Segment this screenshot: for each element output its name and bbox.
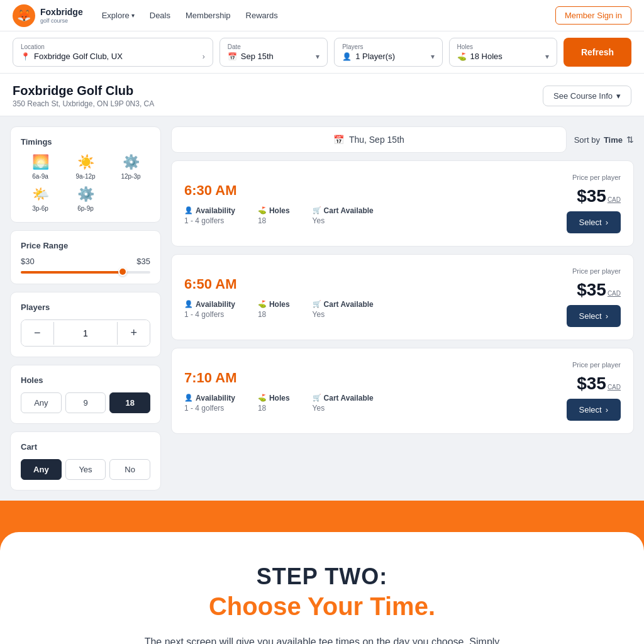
settings-icon-2: ⚙️	[77, 186, 94, 203]
availability-label-2: 👤 Availability	[184, 394, 235, 402]
holes-detail-label-1: ⛳ Holes	[258, 300, 290, 309]
timing-6p9p[interactable]: ⚙️ 6p-9p	[66, 186, 105, 212]
date-value: Sep 15th	[241, 52, 274, 61]
holes-18-button[interactable]: 18	[109, 392, 150, 413]
price-display-2: $35 CAD	[577, 374, 621, 394]
range-track[interactable]	[21, 271, 150, 274]
cart-detail-icon-0: 🛒	[313, 206, 321, 214]
nav-deals[interactable]: Deals	[150, 11, 170, 20]
cart-no-button[interactable]: No	[109, 459, 150, 480]
price-display-1: $35 CAD	[577, 280, 621, 300]
price-value-1: $35	[577, 280, 606, 300]
cart-detail-icon-2: 🛒	[313, 394, 321, 402]
availability-value-0: 1 - 4 golfers	[184, 216, 235, 225]
availability-value-2: 1 - 4 golfers	[184, 404, 235, 413]
location-pin-icon: 📍	[21, 52, 30, 61]
chevron-right-icon: ›	[203, 52, 205, 61]
cart-yes-button[interactable]: Yes	[65, 459, 106, 480]
select-button-0[interactable]: Select ›	[567, 211, 621, 233]
holes-detail-2: ⛳ Holes 18	[258, 394, 290, 413]
sort-filter-icon: ⇅	[626, 135, 634, 145]
member-signin-button[interactable]: Member Sign in	[555, 6, 631, 25]
player-minus-button[interactable]: −	[21, 320, 53, 346]
chevron-down-holes-icon: ▾	[545, 52, 549, 61]
chevron-right-select-1: ›	[606, 311, 608, 321]
players-icon: 👤	[342, 52, 352, 61]
refresh-button[interactable]: Refresh	[564, 38, 631, 67]
price-value-2: $35	[577, 374, 606, 394]
timing-6a9a[interactable]: 🌅 6a-9a	[21, 154, 60, 180]
user-detail-icon-2: 👤	[184, 394, 193, 402]
select-button-2[interactable]: Select ›	[567, 399, 621, 421]
nav-explore[interactable]: Explore ▾	[102, 11, 135, 20]
select-button-1[interactable]: Select ›	[567, 305, 621, 327]
cart-detail-1: 🛒 Cart Available Yes	[313, 300, 374, 319]
tee-times-panel: 📅 Thu, Sep 15th Sort by Time ⇅ 6:30 AM 👤	[171, 126, 634, 491]
cart-detail-0: 🛒 Cart Available Yes	[313, 206, 374, 225]
players-card: Players − 1 +	[10, 292, 161, 357]
user-detail-icon-1: 👤	[184, 300, 193, 308]
tee-details-2: 👤 Availability 1 - 4 golfers ⛳ Holes 18	[184, 394, 545, 413]
holes-detail-icon-1: ⛳	[258, 300, 267, 308]
sort-control[interactable]: Sort by Time ⇅	[574, 135, 634, 145]
timings-card: Timings 🌅 6a-9a ☀️ 9a-12p ⚙️ 12p-3p 🌤️ 3…	[10, 126, 161, 223]
holes-field[interactable]: Holes ⛳ 18 Holes ▾	[449, 38, 557, 67]
nav-membership[interactable]: Membership	[186, 11, 231, 20]
holes-detail-1: ⛳ Holes 18	[258, 300, 290, 319]
sort-by-label: Time	[604, 135, 623, 145]
timing-12p3p[interactable]: ⚙️ 12p-3p	[111, 154, 150, 180]
holes-9-button[interactable]: 9	[65, 392, 106, 413]
holes-icon: ⛳	[457, 52, 467, 61]
date-label: Date	[228, 43, 319, 50]
cart-card: Cart Any Yes No	[10, 431, 161, 491]
bottom-inner: STEP TWO: Choose Your Time. The next scr…	[0, 532, 644, 644]
range-fill	[21, 271, 127, 274]
timing-3p6p[interactable]: 🌤️ 3p-6p	[21, 186, 60, 212]
course-header: Foxbridge Golf Club 350 Reach St, Uxbrid…	[0, 74, 644, 116]
holes-detail-label-0: ⛳ Holes	[258, 206, 290, 215]
price-label-0: Price per player	[572, 174, 621, 181]
holes-detail-value-0: 18	[258, 216, 290, 225]
logo-text: Foxbridge	[40, 7, 83, 18]
logo-area: 🦊 Foxbridge golf course	[13, 4, 83, 27]
player-count-display: 1	[53, 322, 118, 345]
tee-right-1: Price per player $35 CAD Select ›	[545, 267, 621, 327]
players-title: Players	[21, 303, 150, 312]
availability-detail-2: 👤 Availability 1 - 4 golfers	[184, 394, 235, 413]
cart-title: Cart	[21, 442, 150, 452]
price-max: $35	[136, 257, 150, 266]
tee-left-0: 6:30 AM 👤 Availability 1 - 4 golfers ⛳ H…	[184, 182, 545, 225]
search-bar: Location 📍 Foxbridge Golf Club, UX › Dat…	[0, 31, 644, 74]
navbar: 🦊 Foxbridge golf course Explore ▾ Deals …	[0, 0, 644, 31]
currency-1: CAD	[608, 290, 621, 297]
currency-0: CAD	[608, 196, 621, 203]
range-thumb[interactable]	[118, 267, 127, 276]
cart-detail-label-2: 🛒 Cart Available	[313, 394, 374, 402]
partly-cloudy-icon: 🌤️	[32, 186, 49, 203]
timing-9a12p[interactable]: ☀️ 9a-12p	[66, 154, 105, 180]
availability-detail-1: 👤 Availability 1 - 4 golfers	[184, 300, 235, 319]
player-plus-button[interactable]: +	[118, 320, 150, 346]
see-course-info-button[interactable]: See Course Info ▾	[543, 86, 631, 106]
players-label: Players	[342, 43, 434, 50]
holes-card: Holes Any 9 18	[10, 365, 161, 424]
date-field[interactable]: Date 📅 Sep 15th ▾	[219, 38, 328, 67]
chevron-down-date-icon: ▾	[316, 52, 319, 61]
availability-label-1: 👤 Availability	[184, 300, 235, 309]
location-field[interactable]: Location 📍 Foxbridge Golf Club, UX ›	[13, 38, 213, 67]
cart-any-button[interactable]: Any	[21, 459, 62, 480]
players-field[interactable]: Players 👤 1 Player(s) ▾	[334, 38, 442, 67]
price-min: $30	[21, 257, 35, 266]
cart-detail-2: 🛒 Cart Available Yes	[313, 394, 374, 413]
sidebar: Timings 🌅 6a-9a ☀️ 9a-12p ⚙️ 12p-3p 🌤️ 3…	[10, 126, 161, 491]
nav-rewards[interactable]: Rewards	[246, 11, 278, 20]
price-label-2: Price per player	[572, 361, 621, 369]
chevron-right-select-0: ›	[606, 218, 608, 227]
holes-any-button[interactable]: Any	[21, 392, 62, 413]
price-label-1: Price per player	[572, 267, 621, 275]
bottom-section: STEP TWO: Choose Your Time. The next scr…	[0, 501, 644, 644]
nav-links: Explore ▾ Deals Membership Rewards	[102, 11, 555, 20]
holes-value: 18 Holes	[470, 52, 502, 61]
currency-2: CAD	[608, 384, 621, 391]
holes-detail-value-1: 18	[258, 310, 290, 319]
